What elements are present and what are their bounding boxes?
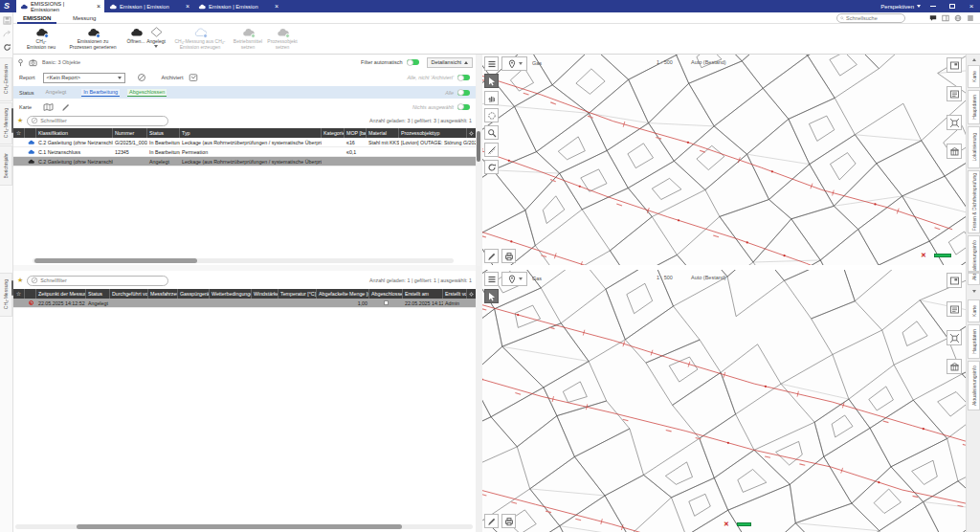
map-mode-label[interactable]: Auto (Bestand) bbox=[691, 275, 726, 280]
col-typ[interactable]: Typ bbox=[180, 128, 322, 138]
map-building-button[interactable] bbox=[947, 359, 962, 374]
report-select[interactable]: <Kein Report> bbox=[43, 73, 125, 83]
feedback-icon[interactable] bbox=[929, 14, 937, 22]
sidebar-tab-berichtsjahr[interactable]: Berichtsjahr bbox=[0, 145, 12, 186]
map-tool-measure[interactable] bbox=[484, 143, 499, 157]
col-status[interactable]: Status bbox=[147, 128, 180, 138]
map-tool-select-circle[interactable] bbox=[484, 108, 499, 122]
karte-toggle[interactable] bbox=[457, 104, 470, 110]
map-mode-label[interactable]: Auto (Bestand) bbox=[691, 59, 726, 65]
col-windstaerke[interactable]: Windstärke bbox=[252, 289, 278, 299]
col-abgeschlossen[interactable]: Abgeschlossen bbox=[369, 289, 403, 299]
ch4-emission-neu-button[interactable]: CH₄- Emission neu bbox=[19, 25, 63, 54]
emissionen-generieren-button[interactable]: Emissionen zu Prozessen generieren bbox=[65, 25, 121, 54]
quick-search-input[interactable] bbox=[846, 15, 902, 21]
map-overview-button[interactable] bbox=[947, 57, 962, 73]
map-print-button[interactable] bbox=[501, 249, 516, 263]
sidebar-tab-ch4-emission[interactable]: CH₄-Emission bbox=[0, 57, 12, 101]
detailansicht-button[interactable]: Detailansicht bbox=[427, 57, 474, 68]
close-button[interactable]: × bbox=[963, 0, 980, 12]
map-tool-zoom[interactable] bbox=[484, 125, 499, 140]
close-icon[interactable]: × bbox=[97, 3, 100, 10]
archiviert-toggle[interactable] bbox=[457, 75, 470, 80]
filter-search[interactable] bbox=[27, 276, 168, 286]
map-legend-button[interactable] bbox=[947, 301, 962, 317]
panel-splitter[interactable] bbox=[476, 55, 482, 532]
table-row-selected[interactable]: C.2 Gasleitung (ohne Netzanschluss) Ange… bbox=[13, 157, 476, 166]
right-tab-hauptdaten-top[interactable]: Hauptdaten bbox=[968, 90, 980, 124]
filter-search-input[interactable] bbox=[40, 118, 165, 123]
col-temperatur[interactable]: Temperatur [°C] bbox=[278, 289, 317, 299]
map-viewport-bottom[interactable]: Gas 1 : 500 Auto (Bestand) ✕ bbox=[482, 270, 966, 532]
objects-vscrollbar[interactable] bbox=[477, 55, 480, 266]
archiviert-filter-icon[interactable] bbox=[189, 73, 198, 82]
col-status[interactable]: Status bbox=[86, 289, 110, 299]
objects-hscrollbar[interactable] bbox=[33, 258, 454, 263]
filter-auto-toggle[interactable] bbox=[407, 59, 419, 65]
share-icon[interactable] bbox=[3, 30, 11, 38]
status-chip-angelegt[interactable]: Angelegt bbox=[44, 89, 69, 96]
map-redline-button[interactable] bbox=[484, 514, 499, 528]
col-gasspuergeraet[interactable]: Gasspürgerät bbox=[178, 289, 210, 299]
col-zeitpunkt[interactable]: Zeitpunkt der Messung bbox=[36, 289, 86, 299]
right-tab-karte-bottom[interactable]: Karte bbox=[968, 299, 980, 322]
scrollbar-thumb[interactable] bbox=[77, 524, 402, 529]
right-tab-fristen[interactable]: Fristen & Dichtheitsprüfung bbox=[968, 170, 980, 233]
tab-emission[interactable]: EMISSION bbox=[17, 12, 56, 24]
map-menu-button[interactable] bbox=[484, 272, 499, 286]
map-legend-button[interactable] bbox=[947, 86, 962, 101]
col-mop[interactable]: MOP [bar] bbox=[345, 128, 367, 138]
clear-filter-icon[interactable] bbox=[31, 277, 38, 284]
col-nummer[interactable]: Nummer bbox=[113, 128, 147, 138]
map-tool-pan[interactable] bbox=[484, 91, 499, 105]
window-layout-icon[interactable] bbox=[942, 14, 949, 22]
col-material[interactable]: Material bbox=[367, 128, 399, 138]
map-tool-pointer[interactable] bbox=[484, 74, 499, 88]
angelegt-dropdown-button[interactable]: Angelegt bbox=[142, 25, 170, 54]
camera-icon[interactable] bbox=[29, 58, 37, 67]
star-column-icon[interactable]: ☆ bbox=[13, 128, 25, 138]
table-row[interactable]: C.2 Gasleitung (ohne Netzanschluss) G/20… bbox=[13, 138, 476, 147]
map-tool-pointer[interactable] bbox=[484, 289, 499, 303]
col-erstellt-von[interactable]: Erstellt vo bbox=[443, 289, 467, 299]
map-print-button[interactable] bbox=[501, 514, 516, 528]
app-menu-icon[interactable] bbox=[967, 14, 974, 22]
right-tab-hauptdaten-bottom[interactable]: Hauptdaten bbox=[968, 324, 980, 359]
map-tool-rotate[interactable] bbox=[484, 160, 499, 174]
tabs-scroll-up-button[interactable] bbox=[968, 55, 980, 64]
col-wetterbedingungen[interactable]: Wetterbedingungen bbox=[210, 289, 252, 299]
doc-tab-emissionen[interactable]: EMISSIONS | Emissionen × bbox=[16, 0, 104, 12]
col-durchgefuehrt-von[interactable]: Durchgeführt von bbox=[110, 289, 148, 299]
tab-messung[interactable]: Messung bbox=[67, 12, 101, 24]
pencil-icon[interactable] bbox=[61, 102, 71, 112]
favorite-icon[interactable]: ★ bbox=[17, 117, 23, 124]
pin-icon[interactable] bbox=[16, 58, 25, 67]
tabs-scroll-down-button[interactable] bbox=[968, 287, 980, 296]
col-kategorie[interactable]: Kategorie bbox=[322, 128, 345, 138]
measure-hscrollbar[interactable] bbox=[15, 524, 473, 529]
map-extent-button[interactable] bbox=[947, 330, 962, 345]
filter-search-input[interactable] bbox=[40, 277, 165, 283]
abgeschlossen-checkbox[interactable] bbox=[384, 300, 389, 305]
right-tab-karte-top[interactable]: Karte bbox=[968, 65, 980, 88]
star-column-icon[interactable]: ☆ bbox=[13, 289, 25, 299]
map-position-button[interactable] bbox=[501, 272, 527, 286]
col-erstellt-am[interactable]: Erstellt am bbox=[403, 289, 443, 299]
table-settings[interactable] bbox=[467, 128, 476, 138]
map-redline-button[interactable] bbox=[484, 249, 499, 263]
map-overview-button[interactable] bbox=[947, 273, 962, 288]
map-icon[interactable] bbox=[43, 102, 54, 112]
ch4-messung-erzeugen-button[interactable]: CH₄-Messung aus CH₄- Emission erzeugen bbox=[172, 25, 228, 54]
map-viewport-top[interactable]: Gas 1 : 500 Auto (Bestand) bbox=[482, 55, 966, 267]
table-settings[interactable] bbox=[467, 289, 476, 299]
right-tab-lokalisierung[interactable]: Lokalisierung bbox=[968, 126, 980, 168]
map-building-button[interactable] bbox=[947, 144, 962, 159]
clear-report-icon[interactable] bbox=[137, 73, 146, 82]
table-row[interactable]: C.1 Netzanschluss 12345 In Bearbeitung P… bbox=[13, 147, 476, 157]
status-chip-in-bearbeitung[interactable]: In Bearbeitung bbox=[81, 89, 120, 97]
map-extent-button[interactable] bbox=[947, 115, 962, 130]
close-icon[interactable]: × bbox=[275, 3, 278, 10]
status-chip-abgeschlossen[interactable]: Abgeschlossen bbox=[127, 89, 167, 97]
betriebsmittel-setzen-button[interactable]: Betriebsmittel setzen bbox=[230, 25, 266, 54]
save-icon[interactable] bbox=[3, 16, 11, 25]
